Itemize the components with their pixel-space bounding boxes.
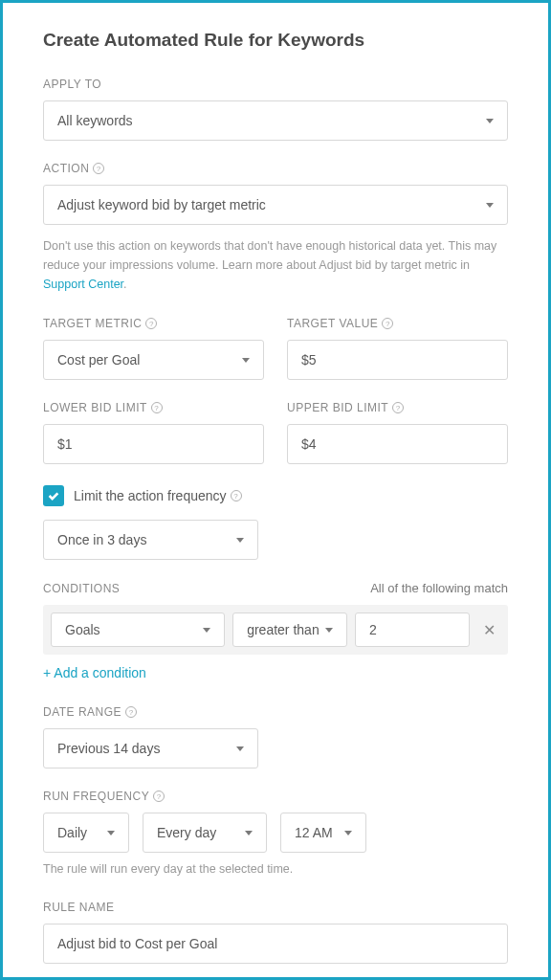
help-icon[interactable]: ?	[153, 791, 165, 802]
target-metric-value: Cost per Goal	[57, 352, 242, 368]
date-range-select[interactable]: Previous 14 days	[43, 728, 258, 768]
apply-to-select[interactable]: All keywords	[43, 100, 508, 141]
action-hint: Don't use this action on keywords that d…	[43, 236, 508, 294]
help-icon[interactable]: ?	[392, 402, 404, 413]
lower-bid-label: LOWER BID LIMIT ?	[43, 401, 264, 414]
chevron-down-icon	[203, 628, 210, 633]
upper-bid-value: $4	[301, 436, 494, 452]
apply-to-label: APPLY TO	[43, 78, 508, 91]
date-range-label: DATE RANGE ?	[43, 705, 508, 719]
condition-value-input[interactable]: 2	[355, 612, 470, 647]
frequency-day-select[interactable]: Every day	[143, 813, 267, 853]
rule-name-label: RULE NAME	[43, 901, 508, 914]
condition-row: Goals greater than 2 ✕	[43, 605, 508, 655]
apply-to-value: All keywords	[57, 113, 486, 128]
condition-value-value: 2	[369, 622, 455, 637]
condition-operator-select[interactable]: greater than	[232, 612, 347, 647]
help-icon[interactable]: ?	[145, 318, 157, 329]
check-icon	[47, 489, 60, 502]
run-frequency-label: RUN FREQUENCY ?	[43, 790, 508, 803]
help-icon[interactable]: ?	[231, 490, 242, 501]
condition-field-value: Goals	[65, 622, 203, 637]
upper-bid-label: UPPER BID LIMIT ?	[287, 401, 508, 414]
run-frequency-hint: The rule will run every day at the selec…	[43, 862, 508, 876]
chevron-down-icon	[325, 628, 333, 633]
help-icon[interactable]: ?	[151, 402, 163, 413]
condition-operator-value: greater than	[247, 622, 325, 637]
lower-bid-input[interactable]: $1	[43, 424, 264, 464]
remove-condition-button[interactable]: ✕	[477, 618, 500, 641]
help-icon[interactable]: ?	[125, 706, 137, 718]
close-icon: ✕	[483, 621, 496, 639]
limit-frequency-select[interactable]: Once in 3 days	[43, 520, 258, 560]
chevron-down-icon	[242, 358, 250, 363]
chevron-down-icon	[344, 831, 352, 835]
action-value: Adjust keyword bid by target metric	[57, 197, 486, 212]
frequency-day-value: Every day	[157, 825, 245, 840]
conditions-sublabel: All of the following match	[370, 581, 508, 595]
frequency-time-select[interactable]: 12 AM	[280, 813, 366, 853]
chevron-down-icon	[245, 831, 253, 835]
conditions-label: CONDITIONS	[43, 582, 120, 595]
chevron-down-icon	[107, 831, 115, 835]
support-center-link[interactable]: Support Center	[43, 278, 123, 291]
target-value-label: TARGET VALUE ?	[287, 317, 508, 330]
frequency-select[interactable]: Daily	[43, 813, 129, 853]
help-icon[interactable]: ?	[382, 318, 393, 329]
limit-frequency-label: Limit the action frequency ?	[74, 488, 242, 503]
target-value-input[interactable]: $5	[287, 340, 508, 380]
limit-frequency-checkbox[interactable]	[43, 485, 64, 506]
chevron-down-icon	[486, 203, 494, 208]
rule-name-input[interactable]: Adjust bid to Cost per Goal	[43, 924, 508, 964]
target-metric-select[interactable]: Cost per Goal	[43, 340, 264, 380]
condition-field-select[interactable]: Goals	[51, 612, 225, 647]
limit-frequency-value: Once in 3 days	[57, 532, 236, 547]
add-condition-link[interactable]: + Add a condition	[43, 665, 146, 680]
upper-bid-input[interactable]: $4	[287, 424, 508, 464]
chevron-down-icon	[236, 538, 244, 543]
chevron-down-icon	[486, 119, 494, 123]
action-label: ACTION ?	[43, 162, 508, 175]
target-value-value: $5	[301, 352, 494, 368]
page-title: Create Automated Rule for Keywords	[43, 30, 508, 51]
chevron-down-icon	[236, 746, 244, 751]
lower-bid-value: $1	[57, 436, 250, 452]
date-range-value: Previous 14 days	[57, 741, 236, 756]
help-icon[interactable]: ?	[93, 163, 104, 174]
frequency-time-value: 12 AM	[295, 825, 344, 840]
action-select[interactable]: Adjust keyword bid by target metric	[43, 185, 508, 225]
frequency-value: Daily	[57, 825, 107, 840]
rule-name-value: Adjust bid to Cost per Goal	[57, 936, 494, 951]
target-metric-label: TARGET METRIC ?	[43, 317, 264, 330]
